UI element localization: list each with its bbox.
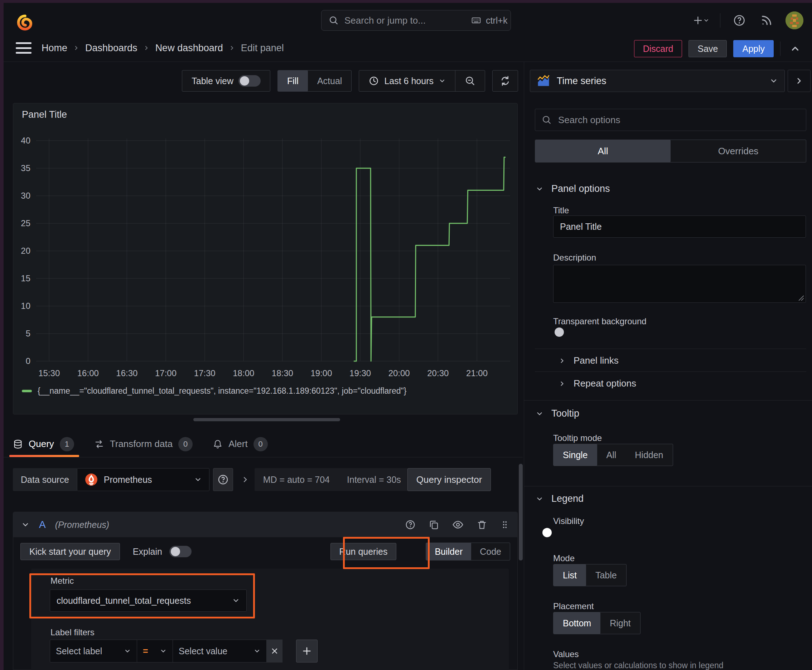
user-avatar[interactable] (785, 12, 804, 29)
tab-all-options[interactable]: All (535, 140, 671, 162)
tab-alert-label: Alert (229, 438, 247, 450)
section-divider (524, 486, 812, 486)
news-rss-icon[interactable] (758, 12, 775, 29)
legend-list-option[interactable]: List (554, 564, 586, 586)
expand-stats-chevron-icon[interactable] (241, 468, 249, 491)
datasource-help-button[interactable] (213, 468, 233, 491)
chevron-down-icon (439, 77, 446, 85)
explain-switch[interactable] (170, 546, 192, 557)
interval-stat: Interval = 30s (347, 475, 401, 485)
legend-table-option[interactable]: Table (586, 564, 626, 586)
nav-divider (720, 13, 720, 27)
options-search-input[interactable] (558, 114, 800, 126)
kickstart-query-button[interactable]: Kick start your query (20, 543, 120, 560)
drag-handle-icon[interactable] (500, 519, 509, 530)
tab-overrides[interactable]: Overrides (671, 140, 806, 162)
hide-query-eye-icon[interactable] (452, 519, 464, 530)
time-range-picker[interactable]: Last 6 hours (359, 71, 455, 91)
tooltip-mode-group: Single All Hidden (553, 444, 673, 466)
datasource-picker[interactable]: Prometheus (77, 468, 209, 491)
new-dropdown-button[interactable] (693, 12, 709, 29)
fill-option[interactable]: Fill (278, 71, 308, 91)
breadcrumb-new-dashboard[interactable]: New dashboard (155, 42, 223, 54)
panel-links-section[interactable]: Panel links (559, 355, 619, 366)
placement-bottom-option[interactable]: Bottom (554, 612, 600, 634)
legend-placement-group: Bottom Right (553, 612, 641, 634)
actual-option[interactable]: Actual (308, 71, 351, 91)
legend-mode-group: List Table (553, 564, 627, 586)
tooltip-hidden-option[interactable]: Hidden (626, 444, 672, 465)
y-axis-tick-label: 0 (13, 356, 31, 366)
database-icon (13, 439, 23, 449)
panel-options-section-header[interactable]: Panel options (536, 183, 610, 195)
collapse-query-chevron-icon[interactable] (21, 520, 30, 529)
search-input[interactable] (344, 15, 465, 27)
code-mode-option[interactable]: Code (471, 543, 510, 560)
panel-title-input[interactable] (553, 215, 806, 238)
editor-tabs: Query 1 Transform data 0 Alert 0 (0, 431, 523, 457)
select-value-dropdown[interactable]: Select value (173, 640, 267, 663)
chevron-down-icon (536, 410, 544, 418)
breadcrumb-home[interactable]: Home (42, 42, 67, 54)
x-axis-tick-label: 21:00 (460, 368, 494, 378)
collapse-sidebar-button[interactable] (788, 70, 810, 92)
editor-scrollbar[interactable] (519, 464, 523, 560)
apply-button[interactable]: Apply (733, 40, 774, 57)
global-search[interactable]: ctrl+k (321, 10, 511, 31)
delete-query-trash-icon[interactable] (476, 519, 487, 530)
help-icon[interactable] (731, 12, 748, 29)
tab-alert[interactable]: Alert 0 (213, 431, 268, 457)
add-filter-button[interactable] (296, 640, 317, 663)
datasource-label: Data source (13, 468, 77, 491)
title-field-label: Title (553, 205, 569, 215)
operator-dropdown[interactable]: = (137, 640, 173, 663)
x-axis-tick-label: 20:30 (421, 368, 455, 378)
builder-mode-option[interactable]: Builder (426, 543, 471, 560)
visibility-label: Visibility (553, 516, 584, 526)
x-axis-tick-label: 19:30 (343, 368, 377, 378)
operator-value: = (143, 646, 148, 656)
duplicate-query-icon[interactable] (429, 519, 439, 530)
panel-resize-handle[interactable] (193, 418, 340, 421)
select-label-dropdown[interactable]: Select label (50, 640, 137, 663)
repeat-options-section[interactable]: Repeat options (559, 378, 636, 389)
refresh-button[interactable] (492, 70, 518, 91)
visualization-picker[interactable]: Time series (530, 70, 785, 92)
chevron-down-icon (253, 648, 261, 655)
time-series-chart (36, 138, 510, 370)
tab-query[interactable]: Query 1 (13, 431, 74, 457)
keyboard-icon (470, 16, 482, 25)
tab-transform-data[interactable]: Transform data 0 (94, 431, 193, 457)
query-help-icon[interactable] (405, 519, 416, 530)
datasource-value: Prometheus (104, 475, 188, 485)
breadcrumb-dashboards[interactable]: Dashboards (85, 42, 137, 54)
clock-icon (368, 76, 379, 86)
table-view-switch[interactable] (239, 75, 261, 86)
placement-right-option[interactable]: Right (600, 612, 640, 634)
menu-toggle-icon[interactable] (16, 42, 32, 54)
chevron-down-icon (770, 76, 778, 85)
resize-corner-icon[interactable] (798, 295, 804, 301)
zoom-out-button[interactable] (455, 71, 485, 91)
table-view-toggle[interactable]: Table view (182, 71, 270, 91)
options-search[interactable] (535, 109, 806, 131)
legend-section-header[interactable]: Legend (536, 493, 583, 504)
breadcrumb: Home Dashboards New dashboard Edit panel (42, 37, 284, 59)
tooltip-section-header[interactable]: Tooltip (536, 408, 579, 419)
tooltip-single-option[interactable]: Single (554, 444, 597, 465)
series-legend-item[interactable]: {__name__="cloudflared_tunnel_total_requ… (22, 386, 406, 396)
metric-select[interactable]: cloudflared_tunnel_total_requests (50, 589, 247, 612)
tooltip-all-option[interactable]: All (597, 444, 626, 465)
query-row-header[interactable]: A (Prometheus) (13, 512, 517, 537)
query-inspector-button[interactable]: Query inspector (407, 468, 491, 491)
chevron-down-icon (194, 475, 202, 484)
save-button[interactable]: Save (688, 40, 727, 57)
grafana-logo-icon[interactable] (16, 14, 34, 32)
panel-description-textarea[interactable] (553, 265, 806, 303)
viz-type-name: Time series (557, 76, 763, 86)
remove-filter-button[interactable] (267, 640, 283, 663)
discard-button[interactable]: Discard (634, 40, 682, 57)
run-queries-button[interactable]: Run queries (331, 543, 397, 560)
values-description: Select values or calculations to show in… (553, 661, 724, 670)
collapse-options-chevron-up-icon[interactable] (787, 41, 804, 57)
